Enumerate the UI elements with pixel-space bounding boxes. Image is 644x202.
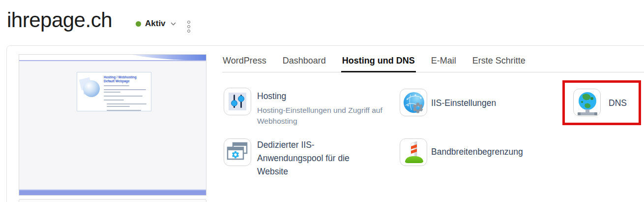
tab-erste-schritte[interactable]: Erste Schritte — [472, 54, 526, 72]
dns-link[interactable]: DNS — [609, 97, 627, 110]
preview-page-body: Hosting / Webhosting Default Webpage — [19, 61, 206, 189]
hosting-subtitle: Hosting-Einstellungen und Zugriff auf We… — [257, 105, 390, 127]
preview-text-line — [104, 100, 124, 101]
iis-settings-link[interactable]: IIS-Einstellungen — [431, 97, 496, 110]
globe-network-icon[interactable] — [573, 89, 601, 116]
site-preview[interactable]: Hosting / Webhosting Default Webpage — [19, 54, 206, 196]
next-card-edge — [19, 199, 206, 202]
preview-text-line — [107, 103, 146, 104]
tab-hosting-und-dns[interactable]: Hosting und DNS — [342, 54, 415, 72]
domain-overview-page: ihrepage.ch Aktiv Hosting / Webhosting D… — [0, 0, 644, 202]
app-pool-link[interactable]: Dedizierter IIS-Anwendungspool für die W… — [257, 138, 358, 178]
windows-gear-icon[interactable] — [224, 138, 251, 166]
sliders-icon[interactable] — [224, 88, 251, 115]
kebab-menu-icon[interactable] — [186, 20, 191, 34]
preview-text-line — [104, 92, 120, 93]
preview-footer-bar — [19, 189, 206, 195]
preview-content-panel: Hosting / Webhosting Default Webpage — [77, 72, 151, 111]
milestone-icon[interactable] — [400, 138, 427, 166]
chevron-down-icon — [171, 22, 176, 26]
green-dot-icon — [136, 21, 141, 27]
tab-wordpress[interactable]: WordPress — [222, 54, 267, 72]
tab-email[interactable]: E-Mail — [431, 54, 457, 72]
globe-gear-icon[interactable] — [400, 89, 427, 116]
preview-text-line — [107, 106, 130, 107]
status-dropdown[interactable]: Aktiv — [136, 19, 176, 29]
preview-text-line — [107, 110, 141, 111]
bandwidth-link[interactable]: Bandbreitenbegrenzung — [431, 145, 523, 159]
status-badge: Aktiv — [145, 19, 166, 29]
tab-bar: WordPress Dashboard Hosting und DNS E-Ma… — [222, 54, 644, 72]
page-title: ihrepage.ch — [7, 8, 112, 33]
preview-header-swoosh — [120, 55, 206, 60]
tab-dashboard[interactable]: Dashboard — [282, 54, 326, 72]
preview-page-header — [19, 55, 206, 60]
preview-text-line — [104, 96, 143, 97]
preview-page-title: Hosting / Webhosting Default Webpage — [104, 75, 148, 83]
preview-text-line — [104, 85, 129, 86]
preview-text-column: Hosting / Webhosting Default Webpage — [102, 74, 149, 109]
preview-text-line — [104, 89, 146, 90]
globe-artwork-icon — [79, 74, 102, 109]
hosting-link[interactable]: Hosting — [257, 90, 390, 103]
